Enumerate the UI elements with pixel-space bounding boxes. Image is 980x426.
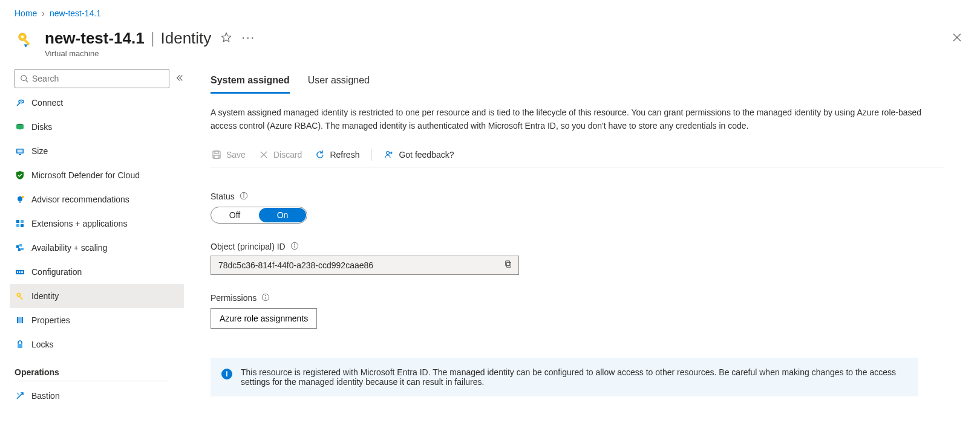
main-content: System assigned User assigned A system a… bbox=[184, 69, 980, 426]
sidebar-item-label: Configuration bbox=[31, 267, 82, 277]
svg-rect-25 bbox=[18, 248, 21, 251]
sidebar-item-size[interactable]: Size bbox=[10, 139, 184, 163]
svg-line-9 bbox=[26, 80, 28, 83]
extensions-icon bbox=[15, 218, 25, 229]
sidebar: ConnectDisksSizeMicrosoft Defender for C… bbox=[0, 69, 184, 426]
sidebar-item-locks[interactable]: Locks bbox=[10, 332, 184, 357]
star-icon[interactable] bbox=[221, 32, 232, 45]
sidebar-item-label: Properties bbox=[31, 315, 70, 325]
sidebar-search-input[interactable] bbox=[32, 74, 164, 83]
sidebar-item-bastion[interactable]: Bastion bbox=[10, 384, 184, 408]
svg-rect-23 bbox=[16, 245, 19, 248]
more-icon[interactable]: ··· bbox=[241, 31, 255, 47]
close-icon[interactable] bbox=[949, 29, 965, 48]
object-id-field bbox=[211, 256, 519, 275]
sidebar-item-label: Identity bbox=[31, 291, 59, 301]
svg-rect-24 bbox=[19, 244, 22, 247]
save-label: Save bbox=[226, 150, 246, 160]
tab-system-assigned[interactable]: System assigned bbox=[211, 71, 290, 94]
discard-label: Discard bbox=[273, 150, 302, 160]
svg-rect-35 bbox=[19, 317, 21, 323]
svg-rect-26 bbox=[21, 248, 24, 250]
svg-rect-29 bbox=[19, 271, 20, 273]
sidebar-item-label: Bastion bbox=[31, 391, 60, 401]
size-icon bbox=[15, 146, 25, 157]
svg-rect-30 bbox=[21, 271, 23, 273]
svg-rect-28 bbox=[17, 271, 18, 273]
sidebar-item-availability-scaling[interactable]: Availability + scaling bbox=[10, 236, 184, 260]
advisor-icon bbox=[15, 194, 25, 205]
svg-point-18 bbox=[22, 196, 24, 198]
sidebar-item-advisor-recommendations[interactable]: Advisor recommendations bbox=[10, 187, 184, 211]
feedback-icon bbox=[384, 150, 394, 160]
properties-icon bbox=[15, 315, 25, 326]
sidebar-item-label: Connect bbox=[31, 98, 63, 108]
status-label: Status bbox=[211, 192, 235, 201]
svg-rect-33 bbox=[19, 296, 23, 300]
svg-rect-52 bbox=[506, 261, 510, 266]
save-icon bbox=[212, 150, 221, 160]
svg-rect-20 bbox=[21, 220, 24, 223]
sidebar-item-microsoft-defender-for-cloud[interactable]: Microsoft Defender for Cloud bbox=[10, 163, 184, 187]
svg-rect-40 bbox=[214, 155, 219, 158]
svg-rect-39 bbox=[215, 151, 218, 153]
svg-rect-17 bbox=[19, 201, 21, 203]
sidebar-item-disks[interactable]: Disks bbox=[10, 115, 184, 139]
breadcrumb-current[interactable]: new-test-14.1 bbox=[50, 8, 101, 18]
sidebar-item-connect[interactable]: Connect bbox=[10, 91, 184, 115]
breadcrumb-home[interactable]: Home bbox=[15, 8, 37, 18]
svg-point-8 bbox=[21, 76, 27, 81]
svg-rect-19 bbox=[16, 220, 19, 223]
configuration-icon bbox=[15, 266, 25, 277]
connect-icon bbox=[15, 97, 25, 108]
svg-rect-34 bbox=[17, 317, 19, 323]
object-id-value[interactable] bbox=[218, 260, 501, 270]
refresh-icon bbox=[315, 150, 325, 160]
sidebar-item-extensions-applications[interactable]: Extensions + applications bbox=[10, 211, 184, 236]
sidebar-item-identity[interactable]: Identity bbox=[10, 284, 184, 308]
sidebar-item-label: Disks bbox=[31, 122, 52, 132]
object-id-label: Object (principal) ID bbox=[211, 242, 286, 251]
save-button[interactable]: Save bbox=[211, 147, 247, 162]
status-toggle-on[interactable]: On bbox=[259, 208, 306, 222]
sidebar-section-operations: Operations bbox=[15, 357, 169, 381]
svg-rect-15 bbox=[19, 154, 21, 155]
tabs: System assigned User assigned bbox=[211, 71, 944, 94]
sidebar-item-configuration[interactable]: Configuration bbox=[10, 260, 184, 284]
sidebar-item-label: Availability + scaling bbox=[31, 243, 107, 253]
collapse-sidebar-icon[interactable] bbox=[175, 74, 184, 84]
refresh-label: Refresh bbox=[330, 150, 359, 160]
status-toggle[interactable]: Off On bbox=[211, 207, 307, 224]
page-section-title: Identity bbox=[161, 29, 212, 48]
refresh-button[interactable]: Refresh bbox=[314, 147, 361, 162]
sidebar-item-label: Locks bbox=[31, 340, 54, 349]
info-banner-text: This resource is registered with Microso… bbox=[241, 367, 907, 387]
svg-point-47 bbox=[243, 193, 244, 194]
sidebar-item-properties[interactable]: Properties bbox=[10, 308, 184, 332]
availability-icon bbox=[15, 242, 25, 253]
tab-user-assigned[interactable]: User assigned bbox=[308, 71, 370, 94]
feedback-button[interactable]: Got feedback? bbox=[383, 147, 455, 162]
action-bar: Save Discard Refresh Got feed bbox=[211, 147, 944, 167]
info-icon[interactable] bbox=[290, 242, 299, 252]
bastion-icon bbox=[15, 390, 25, 401]
status-toggle-off[interactable]: Off bbox=[211, 207, 258, 223]
page-header: new-test-14.1 | Identity ··· Virtual mac… bbox=[0, 24, 980, 69]
key-icon bbox=[15, 29, 36, 51]
azure-role-assignments-button[interactable]: Azure role assignments bbox=[211, 308, 317, 329]
breadcrumb: Home › new-test-14.1 bbox=[0, 0, 980, 24]
copy-icon[interactable] bbox=[501, 257, 515, 273]
locks-icon bbox=[15, 339, 25, 350]
svg-point-55 bbox=[266, 295, 266, 295]
tab-description: A system assigned managed identity is re… bbox=[211, 106, 924, 133]
sidebar-item-label: Microsoft Defender for Cloud bbox=[31, 170, 140, 180]
sidebar-search[interactable] bbox=[15, 69, 169, 88]
info-icon[interactable] bbox=[261, 293, 270, 303]
resource-type-label: Virtual machine bbox=[45, 49, 255, 58]
feedback-label: Got feedback? bbox=[399, 150, 454, 160]
svg-rect-21 bbox=[16, 224, 19, 227]
discard-button[interactable]: Discard bbox=[258, 147, 303, 162]
info-icon[interactable] bbox=[240, 192, 248, 202]
info-banner: i This resource is registered with Micro… bbox=[211, 358, 918, 396]
svg-rect-22 bbox=[21, 224, 24, 227]
